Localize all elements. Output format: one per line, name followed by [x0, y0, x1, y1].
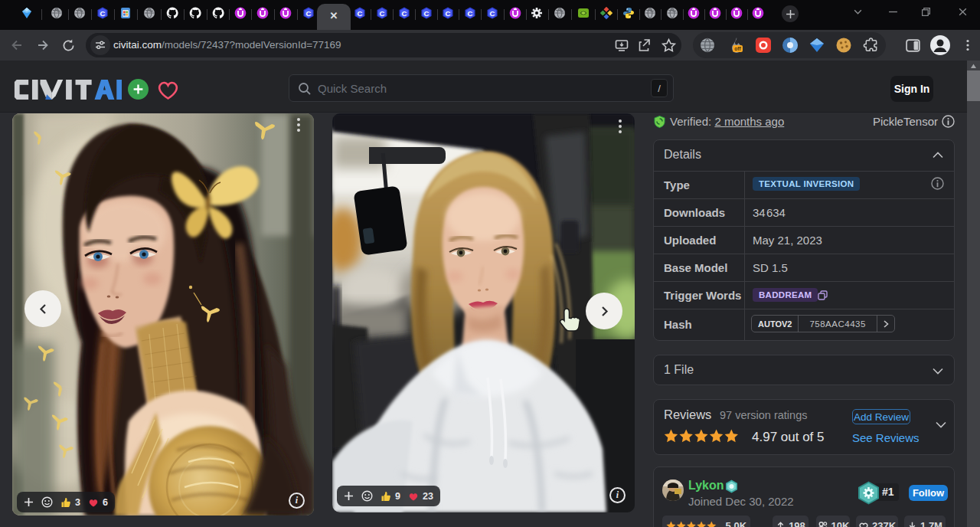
svg-text:C: C	[380, 9, 385, 18]
svg-text:C: C	[100, 9, 106, 18]
svg-text:off: off	[734, 46, 741, 51]
svg-text:C: C	[402, 9, 407, 18]
svg-text:C: C	[424, 9, 430, 18]
svg-text:C: C	[358, 9, 363, 18]
svg-text:C: C	[468, 9, 473, 18]
svg-text:C: C	[306, 9, 312, 18]
svg-text:C: C	[446, 9, 451, 18]
svg-text:C: C	[490, 9, 495, 18]
